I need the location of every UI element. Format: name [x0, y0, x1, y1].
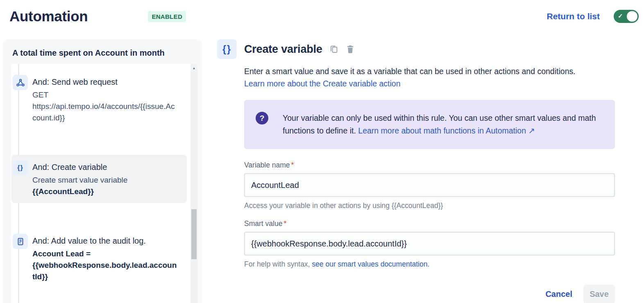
editor-footer: Cancel Save: [244, 285, 615, 303]
info-text: Your variable can only be used within th…: [283, 112, 603, 137]
smart-value-input[interactable]: [244, 232, 615, 256]
rule-steps-panel: And: Send web request GET https://api.te…: [11, 64, 197, 303]
scrollbar[interactable]: ▲: [190, 64, 197, 303]
step-desc-line: Create smart value variable: [32, 174, 177, 186]
variable-token: {{AccountLead}}: [32, 187, 94, 196]
check-icon: ✓: [618, 12, 623, 20]
step-text: And: Send web request GET https://api.te…: [32, 75, 177, 124]
step-title: And: Send web request: [32, 77, 150, 87]
action-title: Create variable: [244, 43, 322, 56]
steps-list: And: Send web request GET https://api.te…: [11, 64, 197, 288]
step-text: And: Create variable Create smart value …: [32, 160, 177, 197]
return-to-list-link[interactable]: Return to list: [547, 11, 600, 21]
scrollbar-thumb[interactable]: [191, 209, 197, 259]
rule-enabled-toggle[interactable]: ✓: [614, 10, 639, 23]
step-create-variable[interactable]: {} And: Create variable Create smart val…: [11, 155, 187, 203]
webhook-icon: [13, 75, 28, 90]
cancel-button[interactable]: Cancel: [545, 289, 572, 299]
smart-value-label: Smart value*: [244, 219, 286, 228]
smart-value-field-group: Smart value* For help with syntax, see o…: [244, 219, 615, 269]
step-description: Create smart value variable {{AccountLea…: [32, 174, 177, 197]
copy-icon[interactable]: [329, 44, 339, 54]
step-add-audit-log[interactable]: And: Add value to the audit log. Account…: [11, 228, 187, 288]
step-description: Account Lead = {{webhookResponse.body.le…: [32, 248, 177, 283]
page-title: Automation: [9, 8, 88, 25]
variable-name-input[interactable]: [244, 173, 615, 197]
braces-icon: {}: [13, 160, 28, 175]
step-send-web-request[interactable]: And: Send web request GET https://api.te…: [11, 70, 187, 129]
content: A total time spent on Account in month: [3, 39, 644, 303]
required-asterisk: *: [291, 161, 294, 169]
header: Automation ENABLED Return to list ✓: [9, 8, 639, 25]
learn-more-link[interactable]: Learn more about the Create variable act…: [244, 77, 401, 90]
action-editor: {} Create variable Enter a smart value a…: [217, 39, 615, 303]
delete-icon[interactable]: [345, 44, 355, 54]
info-panel: ? Your variable can only be used within …: [244, 100, 615, 149]
action-editor-body: Create variable Enter a smart value and …: [244, 39, 615, 303]
request-url: https://api.tempo.io/4/accounts/{{issue.…: [32, 101, 177, 124]
braces-glyph: {}: [222, 44, 231, 55]
request-method: GET: [32, 89, 177, 101]
toggle-knob: [627, 11, 637, 22]
status-badge: ENABLED: [148, 11, 186, 22]
action-description: Enter a smart value and save it as a var…: [244, 65, 615, 77]
math-functions-link[interactable]: Learn more about math functions in Autom…: [358, 126, 535, 135]
save-button[interactable]: Save: [583, 285, 615, 303]
smart-value-helper: For help with syntax, see our smart valu…: [244, 260, 615, 269]
step-description: GET https://api.tempo.io/4/accounts/{{is…: [32, 89, 177, 124]
create-variable-icon: {}: [217, 39, 237, 59]
variable-name-label: Variable name*: [244, 161, 294, 169]
required-asterisk: *: [283, 219, 286, 228]
helper-prefix: For help with syntax,: [244, 260, 312, 268]
rule-sidebar: A total time spent on Account in month: [3, 39, 202, 303]
step-title: And: Create variable: [32, 162, 150, 172]
variable-name-field-group: Variable name* Access your variable in o…: [244, 161, 615, 210]
rule-title: A total time spent on Account in month: [12, 48, 197, 58]
variable-name-helper: Access your variable in other actions by…: [244, 201, 615, 210]
scroll-up-arrow[interactable]: ▲: [190, 66, 197, 70]
step-text: And: Add value to the audit log. Account…: [32, 234, 177, 283]
step-title: And: Add value to the audit log.: [32, 236, 150, 246]
smart-values-doc-link[interactable]: see our smart values documentation.: [312, 260, 429, 268]
question-icon: ?: [256, 112, 268, 124]
audit-log-value: Account Lead = {{webhookResponse.body.le…: [32, 249, 177, 281]
action-title-row: Create variable: [244, 39, 615, 59]
audit-log-icon: [13, 234, 28, 249]
